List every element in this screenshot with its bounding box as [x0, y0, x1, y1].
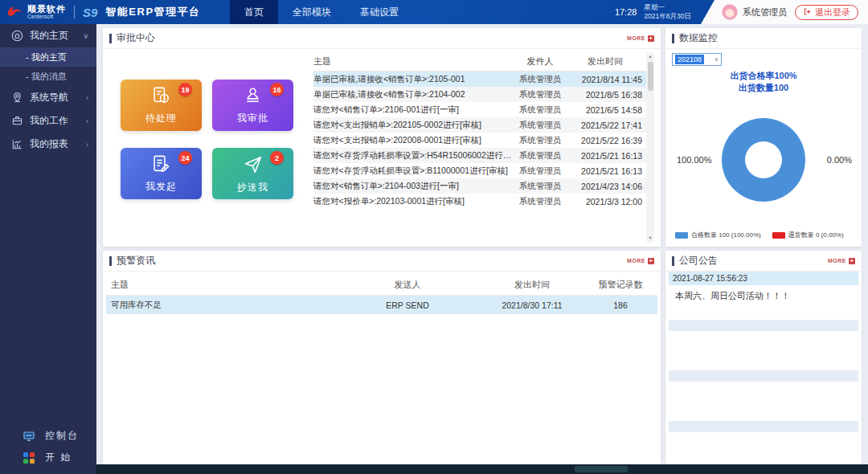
- cell-subject: 请您对<销售订单>:2104-003进行[一审]: [313, 181, 512, 192]
- tile-label: 待处理: [145, 112, 177, 125]
- tile-count-badge: 16: [270, 83, 284, 96]
- cell-time: 2021/5/21 16:13: [568, 151, 642, 161]
- announcement-slot-header: [669, 421, 858, 432]
- title-accent: [672, 256, 674, 266]
- logo-divider: [74, 6, 75, 18]
- stamp-icon: [242, 85, 264, 110]
- approval-row[interactable]: 请您对<存货浮动耗损率设置>:H54R15006002进行[审核]系统管理员20…: [313, 148, 654, 163]
- approval-tile[interactable]: 待处理19: [121, 80, 202, 131]
- nav-tab[interactable]: 基础设置: [346, 0, 413, 24]
- sidebar-item-label: 我的报表: [30, 137, 68, 151]
- cell-sender: 系统管理员: [512, 104, 568, 116]
- nav-tab[interactable]: 首页: [230, 0, 278, 24]
- time-label: 17:28: [615, 7, 637, 17]
- alerts-table: 主题发送人发出时间预警记录数 可用库存不足ERP SEND2021/8/30 1…: [106, 275, 657, 314]
- scroll-down-icon[interactable]: ▼: [648, 235, 652, 240]
- more-button[interactable]: MORE +: [627, 35, 654, 42]
- legend-label: 合格数量 100 (100.00%): [691, 231, 761, 239]
- sidebar-item-label: 我的工作: [30, 114, 68, 128]
- approval-tile[interactable]: 我发起24: [121, 148, 202, 199]
- sidebar-item[interactable]: 系统导航›: [0, 86, 96, 109]
- donut-chart: 100.00% 0.00%: [665, 99, 862, 221]
- date-label: 2021年8月30日: [644, 12, 691, 21]
- approval-row[interactable]: 请您对<存货浮动耗损率设置>:B11000001进行[审核]系统管理员2021/…: [313, 163, 654, 178]
- monitor-summary: 出货合格率100% 出货数量100: [665, 70, 862, 94]
- chevron-down-icon: ∨: [83, 32, 88, 40]
- logout-label: 退出登录: [815, 6, 850, 18]
- cell-subject: 请您对<支出报销单>:202105-0002进行[审核]: [313, 120, 512, 131]
- app-title: 智能ERP管理平台: [105, 5, 200, 19]
- approval-row[interactable]: 请您对<销售订单>:2104-003进行[一审]系统管理员2021/4/23 1…: [313, 178, 654, 194]
- more-label: MORE: [627, 258, 645, 264]
- column-header: 发出时间: [568, 55, 642, 67]
- approval-row[interactable]: 请您对<支出报销单>:202008-0001进行[审核]系统管理员2021/5/…: [313, 133, 654, 148]
- table-body: 可用库存不足ERP SEND2021/8/30 17:11186: [106, 296, 657, 314]
- title-accent: [109, 34, 112, 43]
- approval-row[interactable]: 请您对<支出报销单>:202105-0002进行[审核]系统管理员2021/5/…: [313, 117, 654, 133]
- briefcase-icon: [10, 115, 23, 128]
- approval-table: 主题发件人发出时间 单据已审核,请接收<销售订单>:2105-001系统管理员2…: [313, 52, 654, 242]
- alert-row[interactable]: 可用库存不足ERP SEND2021/8/30 17:11186: [106, 296, 657, 314]
- sidebar-footer-item[interactable]: 开 始: [0, 447, 96, 468]
- sidebar-subitem[interactable]: - 我的消息: [0, 67, 96, 86]
- cell-subject: 请您对<销售订单>:2106-001进行[一审]: [313, 104, 512, 116]
- panel-title: 公司公告: [679, 254, 718, 268]
- footer-item-label: 控制台: [45, 429, 79, 443]
- column-header: 发出时间: [476, 279, 588, 291]
- logout-button[interactable]: 退出登录: [795, 5, 858, 20]
- cell-sender: 系统管理员: [512, 150, 568, 161]
- cell-sender: 系统管理员: [512, 135, 568, 146]
- title-accent: [109, 256, 112, 266]
- approval-row[interactable]: 请您对<销售订单>:2106-001进行[一审]系统管理员2021/6/5 14…: [313, 102, 654, 117]
- sidebar-item[interactable]: 我的报表›: [0, 133, 96, 156]
- approval-tile[interactable]: 我审批16: [212, 80, 293, 131]
- scroll-thumb[interactable]: [648, 62, 653, 91]
- sidebar-item[interactable]: 我的工作›: [0, 109, 96, 133]
- approval-row[interactable]: 单据已审核,请接收<销售订单>:2104-002系统管理员2021/8/5 16…: [313, 87, 654, 102]
- legend-item[interactable]: 退货数量 0 (0.00%): [772, 231, 844, 239]
- announcement-time[interactable]: 2021-08-27 15:56:23: [669, 272, 858, 285]
- avatar[interactable]: [722, 4, 738, 20]
- more-icon: +: [648, 35, 654, 42]
- announcement-slot-header: [669, 320, 858, 331]
- column-header: 主题: [111, 279, 339, 291]
- period-select[interactable]: 202108 ∨: [672, 53, 722, 66]
- approval-row[interactable]: 请您对<报价单>:202103-0001进行[审核]系统管理员2021/3/3 …: [313, 194, 654, 209]
- nav-tab[interactable]: 全部模块: [278, 0, 346, 24]
- cell-time: 2021/4/23 14:06: [568, 182, 642, 191]
- column-header: 预警记录数: [588, 279, 653, 291]
- cell-time: 2021/8/14 11:45: [568, 75, 642, 84]
- more-label: MORE: [627, 35, 645, 41]
- brand-name: 顺景软件: [27, 5, 66, 14]
- cell-time: 2021/5/22 16:39: [568, 136, 642, 145]
- cell-sender: 系统管理员: [512, 165, 568, 177]
- approval-tiles: 待处理19我审批16我发起24抄送我2: [121, 80, 293, 199]
- scroll-up-icon[interactable]: ▲: [648, 54, 652, 59]
- sidebar-footer-item[interactable]: 控制台: [0, 425, 96, 447]
- approval-center-panel: 审批中心 MORE + 待处理19我审批16我发起24抄送我2 主题发件人发出时…: [103, 28, 661, 247]
- user-area: 系统管理员 退出登录: [701, 0, 868, 24]
- bottom-bar: [96, 464, 868, 474]
- column-header: 发件人: [512, 55, 568, 67]
- title-accent: [672, 34, 674, 43]
- more-button[interactable]: MORE +: [828, 258, 855, 264]
- legend-swatch: [772, 232, 785, 239]
- chart-legend: 合格数量 100 (100.00%)退货数量 0 (0.00%): [675, 231, 844, 239]
- cell-subject: 单据已审核,请接收<销售订单>:2105-001: [313, 74, 512, 85]
- legend-item[interactable]: 合格数量 100 (100.00%): [675, 231, 761, 239]
- sidebar-subitem[interactable]: - 我的主页: [0, 47, 96, 67]
- cell: 2021/8/30 17:11: [476, 300, 588, 310]
- sidebar-item[interactable]: 我的主页∨: [0, 24, 96, 47]
- tile-label: 我发起: [145, 180, 177, 194]
- doc-edit-icon: [150, 153, 172, 178]
- table-scrollbar[interactable]: ▲ ▼: [646, 52, 654, 242]
- approval-row[interactable]: 单据已审核,请接收<销售订单>:2105-001系统管理员2021/8/14 1…: [313, 72, 654, 87]
- chevron-down-icon: ∨: [714, 56, 719, 63]
- table-body: 单据已审核,请接收<销售订单>:2105-001系统管理员2021/8/14 1…: [313, 72, 654, 209]
- approval-tile[interactable]: 抄送我2: [212, 148, 293, 199]
- brand-logo-icon: [5, 4, 23, 21]
- announcement-slot-body: [669, 382, 858, 417]
- panel-title: 预警资讯: [117, 254, 155, 268]
- sidebar-item-label: 系统导航: [30, 91, 68, 104]
- more-button[interactable]: MORE +: [627, 258, 654, 264]
